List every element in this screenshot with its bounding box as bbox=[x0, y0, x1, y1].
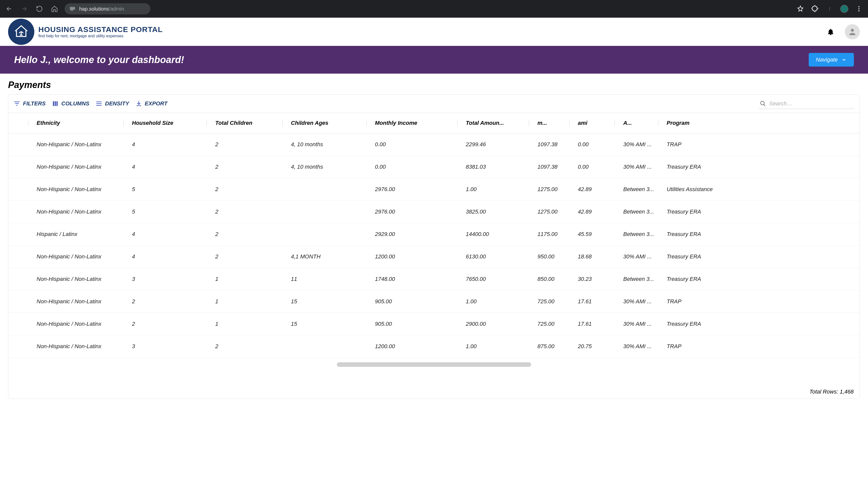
table-row[interactable]: Non-Hispanic / Non-Latinx424, 10 months0… bbox=[8, 156, 860, 178]
svg-point-4 bbox=[859, 6, 860, 7]
col-header-a[interactable]: A... bbox=[615, 120, 658, 126]
cell-program: Treasury ERA bbox=[658, 231, 729, 238]
col-header-children[interactable]: Total Children bbox=[207, 120, 282, 126]
url-bar[interactable]: hap.solutions/admin bbox=[65, 3, 150, 14]
cell-children: 2 bbox=[207, 186, 282, 193]
logo-block[interactable]: HOUSING ASSISTANCE PORTAL find help for … bbox=[8, 19, 163, 45]
home-button[interactable] bbox=[51, 5, 59, 13]
col-header-ethnicity[interactable]: Ethnicity bbox=[28, 120, 123, 126]
search-input[interactable] bbox=[769, 100, 854, 107]
density-icon bbox=[95, 100, 102, 107]
search-box[interactable] bbox=[759, 99, 855, 109]
notifications-icon[interactable] bbox=[827, 28, 835, 36]
density-button[interactable]: DENSITY bbox=[95, 100, 129, 107]
horizontal-scrollbar[interactable] bbox=[337, 362, 531, 367]
total-rows: Total Rows: 1,468 bbox=[8, 385, 860, 399]
filter-icon bbox=[13, 100, 21, 107]
cell-m: 725.00 bbox=[529, 298, 569, 305]
cell-program: Treasury ERA bbox=[658, 253, 729, 260]
forward-button[interactable] bbox=[20, 5, 28, 13]
reload-button[interactable] bbox=[35, 5, 43, 13]
cell-household: 2 bbox=[123, 321, 207, 327]
grid-header-row: Ethnicity Household Size Total Children … bbox=[8, 113, 860, 133]
cell-ethnicity: Non-Hispanic / Non-Latinx bbox=[28, 164, 123, 170]
cell-amount: 1.00 bbox=[457, 298, 529, 305]
cell-household: 2 bbox=[123, 298, 207, 305]
cell-ami: 20.75 bbox=[569, 343, 615, 350]
cell-ages: 4,1 MONTH bbox=[282, 253, 366, 260]
table-row[interactable]: Hispanic / Latinx422929.0014400.001175.0… bbox=[8, 223, 860, 245]
svg-rect-0 bbox=[70, 7, 74, 8]
cell-household: 4 bbox=[123, 164, 207, 170]
svg-rect-1 bbox=[70, 8, 74, 9]
cell-m: 1097.38 bbox=[529, 141, 569, 148]
table-row[interactable]: Non-Hispanic / Non-Latinx522976.003825.0… bbox=[8, 201, 860, 223]
export-icon bbox=[135, 100, 142, 107]
header-right bbox=[827, 24, 860, 39]
cell-ami: 17.61 bbox=[569, 298, 615, 305]
cell-ethnicity: Non-Hispanic / Non-Latinx bbox=[28, 186, 123, 193]
col-header-program[interactable]: Program bbox=[658, 120, 729, 126]
col-header-amount[interactable]: Total Amoun... bbox=[457, 120, 529, 126]
cell-income: 2929.00 bbox=[366, 231, 457, 238]
cell-children: 2 bbox=[207, 141, 282, 148]
navigate-label: Navigate bbox=[816, 57, 838, 63]
extensions-icon[interactable] bbox=[811, 5, 819, 13]
density-label: DENSITY bbox=[105, 100, 129, 107]
col-header-household[interactable]: Household Size bbox=[123, 120, 207, 126]
cell-income: 905.00 bbox=[366, 298, 457, 305]
logo-icon bbox=[8, 19, 34, 45]
cell-program: Treasury ERA bbox=[658, 276, 729, 282]
nav-controls bbox=[5, 5, 59, 13]
table-row[interactable]: Non-Hispanic / Non-Latinx31111748.007650… bbox=[8, 268, 860, 291]
columns-label: COLUMNS bbox=[61, 100, 89, 107]
cell-ethnicity: Non-Hispanic / Non-Latinx bbox=[28, 276, 123, 282]
cell-ages: 11 bbox=[282, 276, 366, 282]
col-header-ages[interactable]: Children Ages bbox=[282, 120, 366, 126]
site-info-icon[interactable] bbox=[69, 5, 76, 12]
cell-m: 850.00 bbox=[529, 276, 569, 282]
cell-income: 2976.00 bbox=[366, 208, 457, 215]
cell-a: 30% AMI ... bbox=[615, 164, 658, 170]
columns-button[interactable]: COLUMNS bbox=[52, 100, 89, 107]
cell-program: Treasury ERA bbox=[658, 164, 729, 170]
table-row[interactable]: Non-Hispanic / Non-Latinx424,1 MONTH1200… bbox=[8, 245, 860, 268]
cell-ami: 45.59 bbox=[569, 231, 615, 238]
url-main: hap.solutions bbox=[79, 6, 109, 11]
cell-a: 30% AMI ... bbox=[615, 343, 658, 350]
table-row[interactable]: Non-Hispanic / Non-Latinx321200.001.0087… bbox=[8, 335, 860, 358]
chevron-down-icon bbox=[841, 57, 847, 63]
user-avatar[interactable] bbox=[845, 24, 860, 39]
cell-ethnicity: Non-Hispanic / Non-Latinx bbox=[28, 141, 123, 148]
cell-household: 4 bbox=[123, 231, 207, 238]
bookmark-icon[interactable] bbox=[796, 5, 804, 13]
export-button[interactable]: EXPORT bbox=[135, 100, 167, 107]
profile-avatar[interactable] bbox=[840, 5, 848, 13]
cell-amount: 8381.03 bbox=[457, 164, 529, 170]
chrome-menu-icon[interactable] bbox=[855, 5, 863, 13]
cell-income: 0.00 bbox=[366, 164, 457, 170]
cell-ami: 30.23 bbox=[569, 276, 615, 282]
export-label: EXPORT bbox=[145, 100, 167, 107]
cell-household: 3 bbox=[123, 276, 207, 282]
logo-subtitle: find help for rent, mortgage and utility… bbox=[38, 34, 163, 38]
svg-rect-13 bbox=[96, 105, 102, 106]
cell-m: 1175.00 bbox=[529, 231, 569, 238]
cell-ethnicity: Non-Hispanic / Non-Latinx bbox=[28, 208, 123, 215]
toolbar-left: FILTERS COLUMNS DENSITY EXPORT bbox=[13, 100, 167, 107]
table-row[interactable]: Non-Hispanic / Non-Latinx424, 10 months0… bbox=[8, 133, 860, 156]
back-button[interactable] bbox=[5, 5, 13, 13]
cell-children: 2 bbox=[207, 343, 282, 350]
col-header-income[interactable]: Monthly Income bbox=[366, 120, 457, 126]
filters-button[interactable]: FILTERS bbox=[13, 100, 46, 107]
navigate-button[interactable]: Navigate bbox=[809, 53, 854, 67]
table-row[interactable]: Non-Hispanic / Non-Latinx2115905.002900.… bbox=[8, 313, 860, 335]
cell-household: 3 bbox=[123, 343, 207, 350]
table-row[interactable]: Non-Hispanic / Non-Latinx2115905.001.007… bbox=[8, 291, 860, 313]
col-header-ami[interactable]: ami bbox=[569, 120, 615, 126]
cell-children: 2 bbox=[207, 231, 282, 238]
cell-household: 5 bbox=[123, 208, 207, 215]
col-header-m[interactable]: m... bbox=[529, 120, 569, 126]
table-row[interactable]: Non-Hispanic / Non-Latinx522976.001.0012… bbox=[8, 178, 860, 201]
cell-a: 30% AMI ... bbox=[615, 141, 658, 148]
